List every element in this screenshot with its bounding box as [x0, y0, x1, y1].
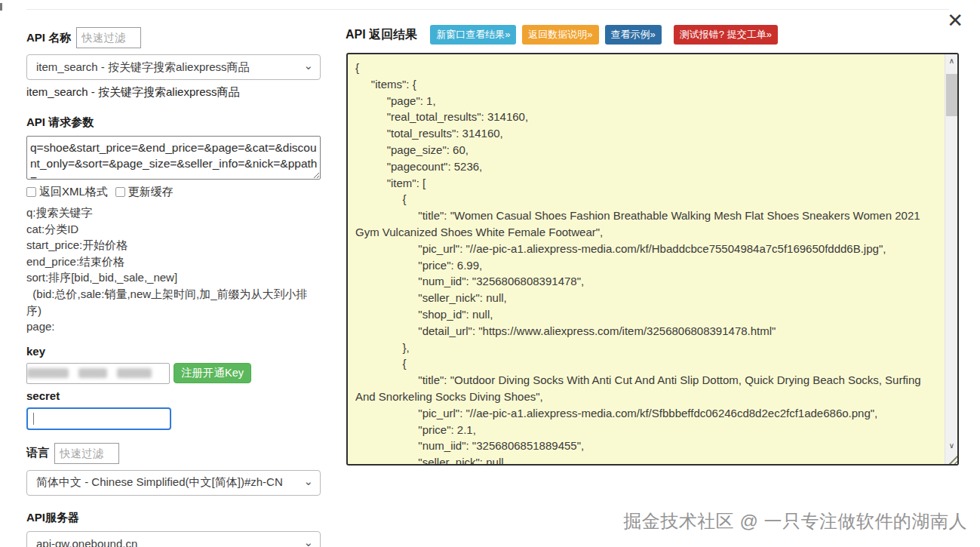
request-params-label: API 请求参数 — [26, 115, 321, 130]
view-example-button[interactable]: 查看示例» — [605, 25, 662, 45]
xml-format-checkbox[interactable]: 返回XML格式 — [26, 185, 108, 199]
param-desc-line: sort:排序[bid,_bid,_sale,_new] — [26, 269, 321, 286]
api-selected-caption: item_search - 按关键字搜索aliexpress商品 — [26, 85, 321, 100]
close-icon[interactable]: ✕ — [947, 11, 963, 30]
param-desc-line: cat:分类ID — [26, 221, 321, 238]
param-desc-line: start_price:开始价格 — [26, 237, 321, 254]
secret-field[interactable] — [26, 407, 171, 430]
chevron-down-icon: ⌄ — [303, 475, 313, 488]
result-title: API 返回结果 — [346, 27, 417, 43]
scroll-down-icon[interactable]: ∨ — [945, 440, 958, 452]
language-filter-input[interactable] — [54, 443, 119, 464]
api-server-label: API服务器 — [26, 511, 321, 525]
censored-key-blur — [27, 368, 69, 378]
refresh-cache-checkbox-input[interactable] — [115, 187, 125, 197]
scroll-up-icon[interactable]: ∧ — [945, 55, 958, 67]
api-select-value: item_search - 按关键字搜索aliexpress商品 — [36, 60, 250, 75]
result-header: API 返回结果 新窗口查看结果» 返回数据说明» 查看示例» 测试报错? 提交… — [346, 25, 778, 45]
key-label: key — [26, 345, 321, 358]
api-result-panel: { "items": { "page": 1, "real_total_resu… — [346, 53, 959, 466]
key-field[interactable] — [26, 363, 170, 384]
api-result-json[interactable]: { "items": { "page": 1, "real_total_resu… — [348, 54, 943, 464]
censored-key-blur — [117, 368, 152, 378]
register-key-button[interactable]: 注册开通Key — [174, 363, 251, 383]
report-error-ticket-button[interactable]: 测试报错? 提交工单» — [674, 25, 778, 45]
chevron-down-icon: ⌄ — [303, 536, 313, 547]
return-data-docs-button[interactable]: 返回数据说明» — [522, 25, 598, 45]
language-select[interactable]: 简体中文 - Chinese Simplified(中文[简体])#zh-CN … — [26, 470, 321, 496]
param-desc-line: q:搜索关键字 — [26, 204, 321, 221]
censored-key-blur — [78, 368, 107, 378]
api-name-filter-input[interactable] — [76, 27, 141, 48]
api-select[interactable]: item_search - 按关键字搜索aliexpress商品 ⌄ — [26, 54, 321, 80]
refresh-cache-checkbox[interactable]: 更新缓存 — [115, 185, 174, 199]
result-scrollbar[interactable]: ∧ ∨ — [945, 54, 957, 464]
screen-edge-artifact — [0, 3, 2, 11]
text-caret — [33, 413, 34, 425]
format-options: 返回XML格式 更新缓存 — [26, 185, 321, 199]
top-divider — [26, 9, 949, 10]
api-name-label: API 名称 — [26, 31, 71, 45]
chevron-down-icon: ⌄ — [303, 59, 313, 72]
open-result-new-window-button[interactable]: 新窗口查看结果» — [430, 25, 516, 45]
param-desc-line: end_price:结束价格 — [26, 254, 321, 270]
request-params-textarea[interactable]: q=shoe&start_price=&end_price=&page=&cat… — [26, 136, 321, 180]
request-form: API 名称 item_search - 按关键字搜索aliexpress商品 … — [26, 23, 321, 547]
api-server-select-value: api-gw.onebound.cn — [36, 537, 137, 547]
param-desc-line: (bid:总价,sale:销量,new上架时间,加_前缀为从大到小排序) — [26, 286, 321, 318]
scrollbar-thumb[interactable] — [946, 74, 957, 116]
language-select-value: 简体中文 - Chinese Simplified(中文[简体])#zh-CN — [36, 475, 283, 490]
watermark-text: 掘金技术社区 @ 一只专注做软件的湖南人 — [623, 509, 967, 533]
param-descriptions: q:搜索关键字 cat:分类ID start_price:开始价格 end_pr… — [26, 204, 321, 335]
api-server-select[interactable]: api-gw.onebound.cn ⌄ — [26, 531, 321, 547]
language-label: 语言 — [26, 446, 49, 460]
xml-format-checkbox-input[interactable] — [26, 187, 36, 197]
param-desc-line: page: — [26, 318, 321, 335]
secret-label: secret — [26, 389, 321, 402]
